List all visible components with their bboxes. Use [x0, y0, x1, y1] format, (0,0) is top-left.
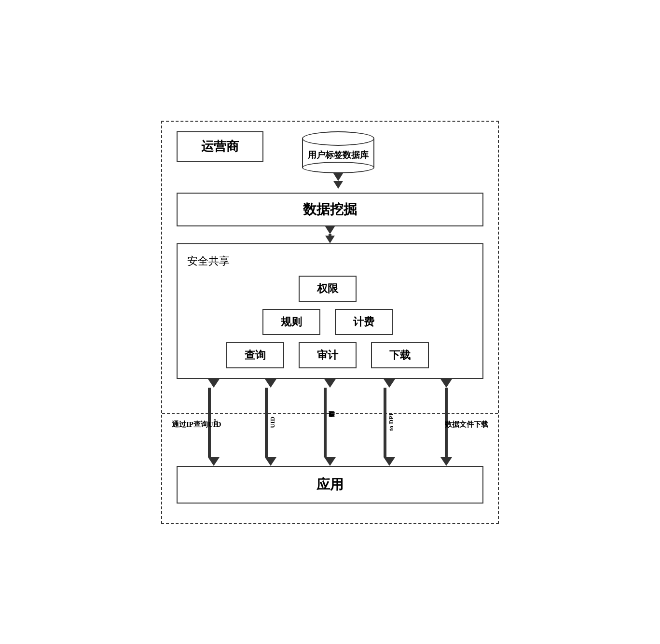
security-label: 安全共享 [187, 254, 468, 268]
arrow-dpi-label: to DPI [387, 413, 395, 431]
arrow-ip-label: IP [212, 419, 220, 425]
application-box: 应用 [177, 466, 483, 504]
outer-dashed-border: 运营商 用户标签数据库 数据挖掘 [161, 121, 499, 524]
operator-box: 运营商 [177, 131, 263, 162]
diagram-container: 运营商 用户标签数据库 数据挖掘 [161, 121, 499, 524]
right-side-label: 数据文件下载 [445, 420, 488, 429]
top-row: 运营商 用户标签数据库 [177, 131, 483, 188]
arrow-tag-query: 标签查询处理 [320, 379, 340, 466]
query-audit-download-row: 查询 审计 下载 [226, 342, 429, 368]
permission-row: 权限 [299, 276, 357, 302]
rules-box: 规则 [262, 309, 320, 335]
database-cylinder: 用户标签数据库 [302, 131, 374, 173]
permission-box: 权限 [299, 276, 357, 302]
arrow-uid: UID [261, 379, 280, 466]
datamining-box: 数据挖掘 [177, 193, 483, 226]
database-cylinder-wrapper: 用户标签数据库 [302, 131, 374, 188]
download-box: 下载 [371, 342, 429, 368]
rules-billing-row: 规则 计费 [262, 309, 393, 335]
arrow-uid-label: UID [269, 417, 276, 428]
security-box: 安全共享 权限 规则 计费 [177, 243, 483, 379]
arrow-dpi: to DPI [380, 379, 399, 466]
billing-box: 计费 [335, 309, 393, 335]
audit-box: 审计 [299, 342, 357, 368]
arrows-section: 通过IP查询UID 数据文件下载 IP [177, 379, 483, 466]
cylinder-bottom [302, 162, 374, 173]
db-to-mining-arrow [331, 173, 345, 188]
dashed-divider [162, 413, 498, 414]
arrows-area: 通过IP查询UID 数据文件下载 IP [177, 379, 483, 466]
query-box: 查询 [226, 342, 284, 368]
arrows-group: IP UID [177, 379, 483, 466]
cylinder-top [302, 131, 374, 146]
mining-to-security-arrow [177, 226, 483, 243]
security-inner: 权限 规则 计费 查询 [187, 276, 468, 368]
